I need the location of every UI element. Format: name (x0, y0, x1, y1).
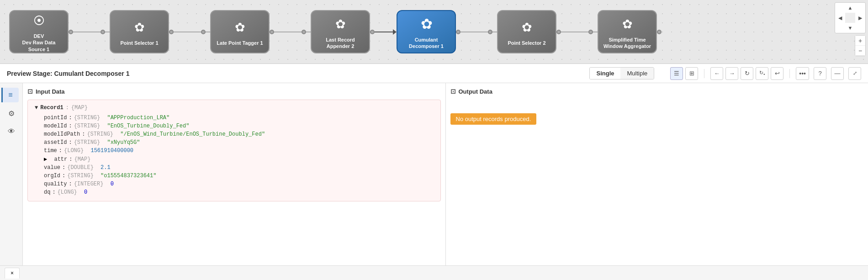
no-output-message: No output records produced. (450, 113, 537, 125)
nav-up-btn[interactable]: ▲ (845, 3, 855, 13)
multiple-btn[interactable]: Multiple (620, 68, 654, 79)
node-dev-label: DEV Dev Raw Data Source 1 (22, 33, 56, 53)
node-icon-lpt: ✿ (230, 17, 250, 38)
refresh-btn[interactable]: ↻ (741, 67, 753, 80)
node-ps2-label: Point Selector 2 (508, 40, 545, 46)
table-row: modelId : {STRING} "EnOS_Turbine_Doubly_… (35, 122, 434, 130)
field-value-value: 2.1 (101, 164, 111, 171)
table-row: assetId : {STRING} "xNyuYq5G" (35, 138, 434, 147)
eye-icon: 👁 (8, 127, 15, 136)
mini-nav: ▲ ◀ ▶ ▼ + − (835, 2, 866, 56)
revert-btn[interactable]: ↩ (771, 67, 783, 80)
svg-text:⦿: ⦿ (33, 15, 45, 27)
field-type-time: {LONG} (64, 148, 84, 154)
field-value-orgid: "o15554837323641" (101, 173, 156, 179)
table-row: value : {DOUBLE} 2.1 (35, 164, 434, 172)
attr-expand-toggle: ▶ (44, 156, 47, 163)
output-panel: ⊡ Output Data No output records produced… (446, 83, 868, 265)
svg-text:✿: ✿ (335, 17, 346, 31)
node-simplified-time-window[interactable]: ✿ Simplified Time Window Aggregator (598, 10, 657, 53)
more-options-btn[interactable]: ••• (796, 67, 809, 80)
field-name-dq: dq (44, 189, 50, 195)
field-value-assetid: "xNyuYq5G" (107, 139, 140, 146)
input-panel-icon: ⊡ (27, 88, 33, 95)
node-late-point-tagger[interactable]: ✿ Late Point Tagger 1 (210, 10, 270, 53)
table-row: time : {LONG} 1561910400000 (35, 147, 434, 155)
record-container: ▼ Record1 : {MAP} pointId : {STRING} "AP… (27, 100, 441, 201)
field-type-quality: {INTEGER} (74, 181, 104, 187)
record-map-type: {MAP} (71, 105, 88, 111)
connector-1 (69, 30, 110, 34)
expand-btn[interactable]: ⤢ (848, 67, 861, 80)
table-row: quality : {INTEGER} 0 (35, 180, 434, 188)
next-record-btn[interactable]: → (725, 67, 738, 80)
next-icon: → (729, 70, 735, 77)
sidebar-list-icon[interactable]: ≡ (1, 88, 19, 102)
node-icon-lra: ✿ (330, 14, 351, 35)
pipeline-area: ⦿ DEV Dev Raw Data Source 1 ✿ Point Sele… (0, 0, 868, 64)
connector-6 (556, 30, 598, 34)
grid-icon: ⊞ (689, 70, 694, 77)
zoom-out-btn[interactable]: − (855, 46, 865, 56)
node-point-selector-2[interactable]: ✿ Point Selector 2 (497, 10, 556, 53)
field-type-orgid: {STRING} (67, 173, 94, 179)
zoom-controls: + − (855, 35, 866, 56)
table-row[interactable]: ▶ attr : {MAP} (35, 155, 434, 164)
nav-right-btn[interactable]: ▶ (855, 13, 865, 23)
node-dev[interactable]: ⦿ DEV Dev Raw Data Source 1 (9, 10, 69, 53)
field-name-attr: attr (54, 156, 67, 163)
connector-7 (657, 30, 662, 34)
list-icon: ☰ (674, 70, 679, 77)
connector-2 (169, 30, 210, 34)
table-row: orgId : {STRING} "o15554837323641" (35, 172, 434, 180)
sidebar-eye-icon[interactable]: 👁 (4, 124, 19, 139)
field-value-modelid: "EnOS_Turbine_Doubly_Fed" (107, 123, 189, 129)
field-name-modelidpath: modelIdPath (44, 131, 80, 137)
node-cumulant-decomposer[interactable]: ✿ Cumulant Decomposer 1 (397, 10, 456, 53)
sidebar-gear-icon[interactable]: ⚙ (4, 106, 19, 121)
field-name-time: time (44, 148, 57, 154)
grid-view-btn[interactable]: ⊞ (685, 67, 698, 80)
gear-icon: ⚙ (8, 109, 15, 118)
input-panel-header: ⊡ Input Data (27, 88, 441, 95)
bottom-tab-main[interactable]: × (5, 268, 20, 279)
node-point-selector-1[interactable]: ✿ Point Selector 1 (110, 10, 169, 53)
field-name-assetid: assetId (44, 139, 67, 146)
field-type-attr: {MAP} (74, 156, 90, 163)
bottom-tab-close[interactable]: × (11, 270, 14, 276)
field-name-modelid: modelId (44, 123, 67, 129)
connector-4 (370, 29, 397, 35)
svg-text:✿: ✿ (622, 17, 633, 31)
field-type-value: {DOUBLE} (67, 164, 94, 171)
toolbar-view-buttons: ☰ ⊞ (670, 67, 698, 80)
record-type: : (66, 105, 69, 111)
help-btn[interactable]: ? (814, 67, 826, 80)
expand-icon: ⤢ (853, 70, 857, 76)
node-icon-stw: ✿ (617, 14, 638, 35)
nav-left-btn[interactable]: ◀ (835, 13, 845, 23)
zoom-in-btn[interactable]: + (855, 36, 865, 46)
refresh2-btn[interactable]: ↻• (756, 67, 768, 80)
nav-arrows: ▲ ◀ ▶ ▼ (835, 2, 866, 33)
list-sidebar-icon: ≡ (8, 91, 12, 99)
pipeline-nodes: ⦿ DEV Dev Raw Data Source 1 ✿ Point Sele… (0, 0, 868, 63)
node-icon-dev: ⦿ (29, 11, 49, 31)
record-name: Record1 (40, 105, 63, 111)
field-value-time: 1561910400000 (90, 148, 133, 154)
nav-down-btn[interactable]: ▼ (845, 23, 855, 33)
node-last-record-appender[interactable]: ✿ Last Record Appender 2 (311, 10, 370, 53)
record-collapse-toggle[interactable]: ▼ (35, 105, 38, 111)
node-icon-ps2: ✿ (517, 17, 537, 38)
list-view-btn[interactable]: ☰ (670, 67, 683, 80)
field-name-pointid: pointId (44, 115, 67, 121)
node-stw-label: Simplified Time Window Aggregator (603, 37, 651, 50)
minimize-btn[interactable]: — (831, 67, 844, 80)
table-row: pointId : {STRING} "APPProduction_LRA" (35, 114, 434, 122)
single-btn[interactable]: Single (590, 68, 620, 79)
preview-stage-title: Preview Stage: Cumulant Decomposer 1 (7, 70, 585, 77)
preview-bar: Preview Stage: Cumulant Decomposer 1 Sin… (0, 64, 868, 83)
prev-record-btn[interactable]: ← (710, 67, 723, 80)
refresh2-icon: ↻• (759, 70, 765, 77)
node-cd-label: Cumulant Decomposer 1 (409, 37, 444, 50)
field-type-assetid: {STRING} (74, 139, 101, 146)
